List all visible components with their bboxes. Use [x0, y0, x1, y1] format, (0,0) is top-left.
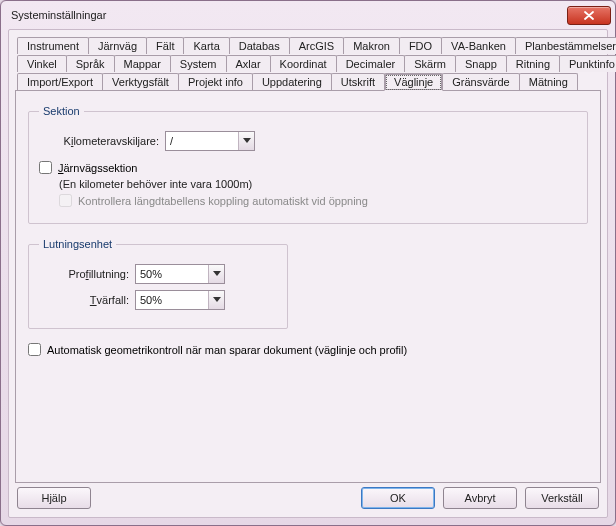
railway-lengthtable-checkbox: Kontrollera längdtabellens koppling auto… [59, 194, 577, 207]
railway-hint: (En kilometer behöver inte vara 1000m) [59, 178, 577, 190]
km-separator-label: Kilometeravskiljare: [39, 135, 159, 147]
tab-f-lt[interactable]: Fält [146, 37, 184, 54]
row-km-separator: Kilometeravskiljare: / [39, 131, 577, 151]
chevron-down-icon [208, 291, 224, 309]
tab-punktinfo[interactable]: Punktinfo [559, 55, 616, 72]
tab-mappar[interactable]: Mappar [114, 55, 171, 72]
dialog-window: Systeminställningar InstrumentJärnvägFäl… [0, 0, 616, 526]
tab-decimaler[interactable]: Decimaler [336, 55, 406, 72]
tab-axlar[interactable]: Axlar [226, 55, 271, 72]
railway-section-label: Järnvägssektion [58, 162, 138, 174]
railway-section-checkbox[interactable]: Järnvägssektion [39, 161, 577, 174]
railway-lengthtable-label: Kontrollera längdtabellens koppling auto… [78, 195, 368, 207]
tab-panel-vaglinje: Sektion Kilometeravskiljare: / [15, 90, 601, 483]
profile-slope-value: 50% [140, 268, 208, 280]
tab-gr-nsv-rde[interactable]: Gränsvärde [442, 73, 519, 91]
tab-ritning[interactable]: Ritning [506, 55, 560, 72]
auto-geometry-input[interactable] [28, 343, 41, 356]
group-sektion-legend: Sektion [39, 105, 84, 117]
ok-button[interactable]: OK [361, 487, 435, 509]
client-area: InstrumentJärnvägFältKartaDatabasArcGISM… [8, 29, 608, 518]
tab-projekt-info[interactable]: Projekt info [178, 73, 253, 91]
tab-arcgis[interactable]: ArcGIS [289, 37, 344, 54]
tab-v-glinje[interactable]: Väglinje [384, 73, 443, 91]
tab-spr-k[interactable]: Språk [66, 55, 115, 72]
tab-j-rnv-g[interactable]: Järnväg [88, 37, 147, 54]
tab-va-banken[interactable]: VA-Banken [441, 37, 516, 54]
chevron-down-icon [238, 132, 254, 150]
railway-subsection: (En kilometer behöver inte vara 1000m) K… [59, 178, 577, 207]
railway-section-input[interactable] [39, 161, 52, 174]
tab-vinkel[interactable]: Vinkel [17, 55, 67, 72]
apply-button[interactable]: Verkställ [525, 487, 599, 509]
profile-slope-label: Profillutning: [39, 268, 129, 280]
railway-lengthtable-input [59, 194, 72, 207]
tab-karta[interactable]: Karta [183, 37, 229, 54]
row-crossfall: Tvärfall: 50% [39, 290, 277, 310]
group-lutningsenhet-legend: Lutningsenhet [39, 238, 116, 250]
auto-geometry-label: Automatisk geometrikontroll när man spar… [47, 344, 407, 356]
tab-fdo[interactable]: FDO [399, 37, 442, 54]
dialog-footer: Hjälp OK Avbryt Verkställ [15, 483, 601, 511]
tab-instrument[interactable]: Instrument [17, 37, 89, 54]
chevron-down-icon [208, 265, 224, 283]
tab-system[interactable]: System [170, 55, 227, 72]
crossfall-label: Tvärfall: [39, 294, 129, 306]
crossfall-value: 50% [140, 294, 208, 306]
tab-sk-rm[interactable]: Skärm [404, 55, 456, 72]
close-icon [584, 11, 594, 20]
auto-geometry-check[interactable]: Automatisk geometrikontroll när man spar… [28, 343, 588, 356]
tab-uppdatering[interactable]: Uppdatering [252, 73, 332, 91]
tab-strip: InstrumentJärnvägFältKartaDatabasArcGISM… [17, 36, 599, 91]
tab-makron[interactable]: Makron [343, 37, 400, 54]
cancel-button[interactable]: Avbryt [443, 487, 517, 509]
tab-databas[interactable]: Databas [229, 37, 290, 54]
km-separator-combo[interactable]: / [165, 131, 255, 151]
crossfall-combo[interactable]: 50% [135, 290, 225, 310]
tab-verktygsf-lt[interactable]: Verktygsfält [102, 73, 179, 91]
profile-slope-combo[interactable]: 50% [135, 264, 225, 284]
group-lutningsenhet: Lutningsenhet Profillutning: 50% Tvärfa [28, 238, 288, 329]
tab-m-tning[interactable]: Mätning [519, 73, 578, 91]
tab-import-export[interactable]: Import/Export [17, 73, 103, 91]
titlebar: Systeminställningar [1, 1, 615, 29]
window-title: Systeminställningar [11, 9, 567, 21]
tab-snapp[interactable]: Snapp [455, 55, 507, 72]
close-button[interactable] [567, 6, 611, 25]
tab-koordinat[interactable]: Koordinat [270, 55, 337, 72]
tab-utskrift[interactable]: Utskrift [331, 73, 385, 91]
km-separator-value: / [170, 135, 238, 147]
help-button[interactable]: Hjälp [17, 487, 91, 509]
group-sektion: Sektion Kilometeravskiljare: / [28, 105, 588, 224]
row-profile-slope: Profillutning: 50% [39, 264, 277, 284]
tab-planbest-mmelser[interactable]: Planbestämmelser [515, 37, 616, 54]
